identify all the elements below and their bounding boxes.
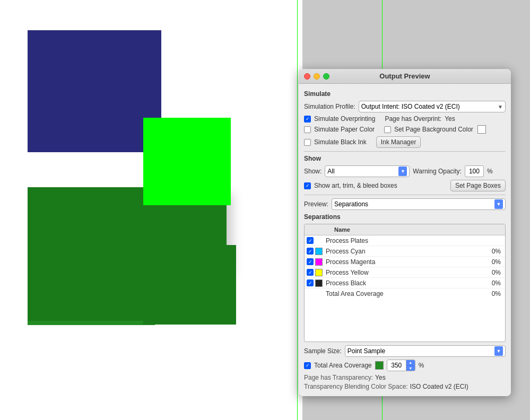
process-yellow-checkbox[interactable] (307, 269, 314, 276)
preview-select[interactable]: Separations ▼ (332, 198, 506, 210)
total-area-coverage-label: Total Area Coverage (314, 362, 372, 369)
total-area-coverage-pct: 0% (471, 290, 503, 298)
show-art-trim-checkbox[interactable] (304, 182, 311, 189)
canvas-area (0, 0, 302, 420)
show-select[interactable]: All ▼ (325, 165, 410, 177)
green-line-left (297, 0, 298, 420)
simulate-overprinting-row: Simulate Overprinting Page has Overprint… (304, 115, 506, 122)
set-page-background-label: Set Page Background Color (394, 126, 473, 133)
output-preview-panel: Output Preview Simulate Simulation Profi… (299, 69, 511, 396)
name-column-header: Name (333, 225, 471, 234)
process-plates-name: Process Plates (326, 237, 471, 244)
process-magenta-checkbox[interactable] (307, 258, 314, 265)
transparency-blending-row: Transparency Blending Color Space: ISO C… (304, 383, 506, 390)
transparency-blending-value: ISO Coated v2 (ECI) (410, 383, 468, 390)
total-area-coverage-row: Total Area Coverage 350 ▲ ▼ % (304, 360, 506, 371)
page-transparency-row: Page has Transparency: Yes (304, 374, 506, 381)
process-black-name: Process Black (326, 279, 471, 287)
separations-empty-area (305, 299, 505, 342)
simulate-black-ink-checkbox[interactable] (304, 139, 311, 146)
page-transparency-label: Page has Transparency: (304, 374, 373, 381)
simulate-paper-color-row: Simulate Paper Color Set Page Background… (304, 125, 506, 134)
close-button[interactable] (304, 73, 310, 80)
stepper-up-arrow[interactable]: ▲ (406, 360, 415, 366)
page-background-color-swatch[interactable] (477, 125, 486, 134)
total-area-percent: % (419, 362, 424, 369)
total-area-coverage-swatch[interactable] (375, 361, 384, 370)
total-area-coverage-stepper[interactable]: 350 ▲ ▼ (387, 360, 415, 371)
panel-titlebar: Output Preview (299, 69, 511, 84)
table-row: Process Black 0% (305, 278, 505, 288)
page-transparency-value: Yes (375, 374, 386, 381)
show-row: Show: All ▼ Warning Opacity: 100 % (304, 165, 506, 177)
warning-opacity-label: Warning Opacity: (413, 168, 462, 175)
stepper-down-arrow[interactable]: ▼ (406, 366, 415, 372)
page-has-overprint-label: Page has Overprint: (385, 115, 441, 122)
process-yellow-name: Process Yellow (326, 269, 471, 276)
simulate-paper-color-label: Simulate Paper Color (314, 126, 375, 133)
divider-1 (304, 151, 506, 152)
preview-select-arrow-icon: ▼ (494, 199, 503, 209)
simulate-black-ink-label: Simulate Black Ink (314, 138, 367, 146)
ink-manager-button[interactable]: Ink Manager (376, 136, 421, 148)
process-magenta-name: Process Magenta (326, 258, 471, 266)
process-cyan-pct: 0% (471, 248, 503, 255)
magenta-color-swatch (315, 258, 323, 266)
panel-title: Output Preview (379, 72, 430, 80)
simulate-paper-color-checkbox[interactable] (304, 126, 311, 133)
table-row: Process Magenta 0% (305, 257, 505, 267)
simulation-profile-label: Simulation Profile: (304, 103, 355, 110)
maximize-button[interactable] (323, 73, 329, 80)
panel-body: Simulate Simulation Profile: Output Inte… (299, 84, 511, 396)
chevron-down-icon: ▼ (498, 104, 503, 110)
simulate-label: Simulate (304, 90, 506, 98)
show-art-trim-row: Show art, trim, & bleed boxes Set Page B… (304, 180, 506, 191)
separations-header: Name (305, 224, 505, 235)
show-dropdown-label: Show: (304, 168, 322, 175)
process-cyan-checkbox[interactable] (307, 248, 314, 255)
total-area-coverage-checkbox[interactable] (304, 362, 311, 369)
total-area-value: 350 (387, 360, 406, 371)
blue-rectangle (28, 30, 161, 152)
separations-table: Name Process Plates Process Cyan 0% (304, 224, 506, 342)
sample-size-arrow-icon: ▼ (494, 346, 503, 356)
set-page-background-checkbox[interactable] (384, 126, 391, 133)
process-magenta-pct: 0% (471, 258, 503, 266)
yellow-color-swatch (315, 269, 323, 276)
sample-size-row: Sample Size: Point Sample ▼ (304, 345, 506, 357)
divider-2 (304, 195, 506, 195)
page-has-overprint-value: Yes (445, 115, 455, 122)
table-row: Process Plates (305, 235, 505, 246)
warning-opacity-input[interactable]: 100 (465, 165, 484, 177)
set-page-boxes-button[interactable]: Set Page Boxes (450, 180, 506, 191)
show-label: Show (304, 155, 506, 162)
cyan-color-swatch (315, 248, 323, 255)
simulate-overprinting-label: Simulate Overprinting (314, 115, 375, 122)
minimize-button[interactable] (314, 73, 320, 80)
transparency-blending-label: Transparency Blending Color Space: (304, 383, 408, 390)
dark-green-rectangle-right (143, 245, 236, 325)
simulate-overprinting-checkbox[interactable] (304, 116, 311, 122)
bright-green-rectangle (143, 118, 231, 205)
simulate-black-ink-row: Simulate Black Ink Ink Manager (304, 136, 506, 148)
black-color-swatch (315, 279, 323, 287)
sample-size-label: Sample Size: (304, 347, 342, 355)
process-plates-checkbox[interactable] (307, 237, 314, 244)
sample-size-select[interactable]: Point Sample ▼ (345, 345, 506, 357)
process-black-checkbox[interactable] (307, 279, 314, 286)
preview-label: Preview: (304, 200, 328, 208)
table-row: Total Area Coverage 0% (305, 288, 505, 299)
stepper-arrows[interactable]: ▲ ▼ (406, 360, 415, 371)
total-area-coverage-name: Total Area Coverage (326, 290, 471, 298)
simulation-profile-select[interactable]: Output Intent: ISO Coated v2 (ECI) ▼ (359, 101, 506, 112)
process-cyan-name: Process Cyan (326, 248, 471, 255)
preview-row: Preview: Separations ▼ (304, 198, 506, 210)
table-row: Process Cyan 0% (305, 246, 505, 257)
process-black-pct: 0% (471, 279, 503, 287)
show-art-trim-label: Show art, trim, & bleed boxes (314, 182, 397, 189)
warning-opacity-percent: % (487, 168, 493, 175)
separations-label: Separations (304, 213, 506, 221)
table-row: Process Yellow 0% (305, 267, 505, 278)
process-yellow-pct: 0% (471, 269, 503, 276)
show-select-arrow-icon: ▼ (398, 167, 407, 176)
